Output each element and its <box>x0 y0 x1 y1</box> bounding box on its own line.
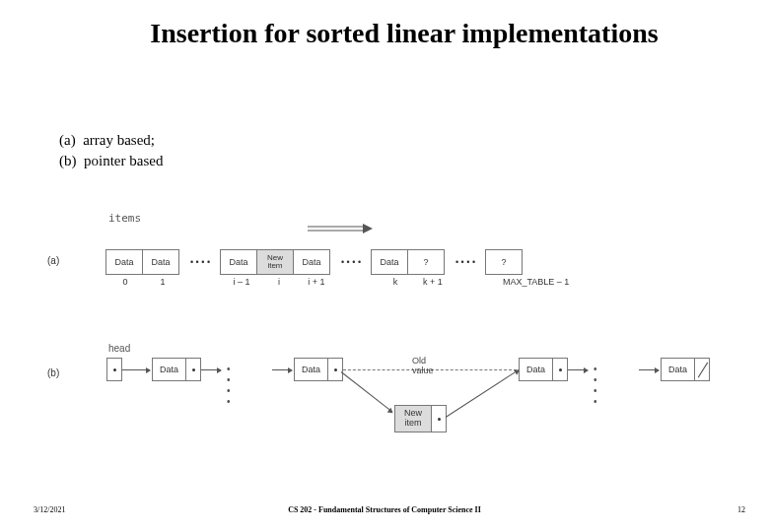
part-a-label: (a) <box>47 255 59 266</box>
array-cell: Data <box>371 249 408 275</box>
list-node: Data <box>519 358 568 381</box>
array-index: k <box>377 277 414 287</box>
array-cell: Data <box>293 249 330 275</box>
array-cell: Data <box>142 249 179 275</box>
old-value-label: Old value <box>412 356 434 375</box>
node-data: Data <box>295 359 328 380</box>
new-item-pointer <box>432 405 447 432</box>
new-pointer-down-icon <box>341 371 393 412</box>
part-b-label: (b) <box>47 367 59 378</box>
array-index: MAX_TABLE – 1 <box>503 277 582 287</box>
pointer-arrow-icon <box>272 369 292 370</box>
array-index: i – 1 <box>223 277 260 287</box>
footer-page-number: 12 <box>737 505 745 514</box>
pointer-arrow-icon <box>122 369 150 370</box>
ellipsis: • • • • <box>594 364 601 407</box>
description-list: (a) array based; (b) pointer based <box>59 130 163 171</box>
array-cell: ? <box>407 249 445 275</box>
list-node: Data <box>294 358 343 381</box>
array-index <box>181 277 223 287</box>
list-item-b: (b) pointer based <box>59 151 163 171</box>
null-pointer-icon <box>695 359 709 380</box>
array-index <box>335 277 377 287</box>
slide-title: Insertion for sorted linear implementati… <box>0 0 769 49</box>
array-index <box>452 277 493 287</box>
array-index: 0 <box>106 277 144 287</box>
pointer-arrow-icon <box>639 369 659 370</box>
list-item-a: (a) array based; <box>59 130 163 151</box>
new-pointer-up-icon <box>446 369 519 418</box>
ellipsis: • • • • <box>179 249 221 275</box>
ellipsis: • • • • <box>445 249 486 275</box>
ellipsis: • • • • <box>330 249 372 275</box>
array-index: k + 1 <box>414 277 452 287</box>
head-label: head <box>108 343 130 354</box>
node-pointer <box>553 359 567 380</box>
list-node-tail: Data <box>661 358 710 381</box>
pointer-arrow-icon <box>568 369 588 370</box>
array-row: Data Data • • • • Data New item Data • •… <box>106 249 523 275</box>
ellipsis: • • • • <box>227 364 235 407</box>
node-data: Data <box>153 359 186 380</box>
list-node: Data <box>152 358 201 381</box>
shift-arrow-icon <box>306 222 375 235</box>
array-index: i <box>260 277 298 287</box>
array-cell: Data <box>220 249 257 275</box>
array-cell: ? <box>485 249 523 275</box>
items-label: items <box>108 212 141 225</box>
array-index: i + 1 <box>298 277 335 287</box>
node-pointer <box>328 359 342 380</box>
pointer-arrow-icon <box>201 369 221 370</box>
footer-course: CS 202 - Fundamental Structures of Compu… <box>0 505 769 514</box>
new-item-node: New item <box>394 405 432 432</box>
svg-marker-2 <box>363 224 373 233</box>
array-cell: Data <box>105 249 143 275</box>
array-cell-new: New item <box>256 249 294 275</box>
head-node <box>106 358 122 381</box>
array-index: 1 <box>144 277 181 287</box>
index-row: 0 1 i – 1 i i + 1 k k + 1 MAX_TABLE – 1 <box>106 277 582 287</box>
node-data: Data <box>662 359 695 380</box>
node-pointer <box>186 359 200 380</box>
node-data: Data <box>520 359 553 380</box>
